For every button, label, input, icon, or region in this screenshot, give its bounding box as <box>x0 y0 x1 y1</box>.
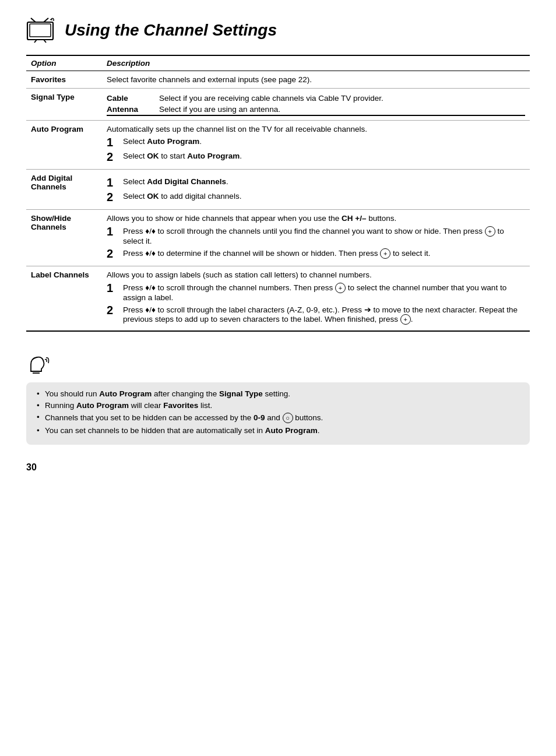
option-cell: Auto Program <box>26 121 102 170</box>
circle-button-icon: + <box>380 248 390 259</box>
step-item: 2 Select OK to add digital channels. <box>107 191 525 203</box>
steps-container: 1 Press ♦/♦ to scroll through the channe… <box>107 225 525 260</box>
notes-list: You should run Auto Program after changi… <box>37 389 519 435</box>
step-item: 2 Select OK to start Auto Program. <box>107 150 525 163</box>
svg-rect-1 <box>30 24 51 37</box>
circle-button-icon: + <box>400 314 411 325</box>
note-item: You can set channels to be hidden that a… <box>37 426 519 435</box>
step-item: 1 Press ♦/♦ to scroll through the channe… <box>107 282 525 302</box>
table-row: Signal TypeCableSelect if you are receiv… <box>26 89 530 121</box>
description-cell: 1 Select Add Digital Channels. 2 Select … <box>102 170 530 210</box>
option-cell: Favorites <box>26 71 102 89</box>
table-row: FavoritesSelect favorite channels and ex… <box>26 71 530 89</box>
intro-text: Allows you to assign labels (such as sta… <box>107 270 525 279</box>
step-item: 1 Select Add Digital Channels. <box>107 176 525 189</box>
circle-button-icon: + <box>485 226 495 237</box>
circle-button-icon: + <box>335 283 346 293</box>
table-row: Label ChannelsAllows you to assign label… <box>26 266 530 332</box>
steps-container: 1 Press ♦/♦ to scroll through the channe… <box>107 282 525 325</box>
description-cell: Automatically sets up the channel list o… <box>102 121 530 170</box>
step-item: 2 Press ♦/♦ to determine if the channel … <box>107 247 525 260</box>
note-item: Running Auto Program will clear Favorite… <box>37 401 519 410</box>
intro-text: Automatically sets up the channel list o… <box>107 125 525 133</box>
circle-button-icon: ○ <box>283 413 293 423</box>
description-cell: Allows you to show or hide channels that… <box>102 210 530 266</box>
note-icon <box>26 355 530 378</box>
step-text: Press ♦/♦ to determine if the channel wi… <box>123 248 525 259</box>
sub-option: Antenna <box>107 104 159 115</box>
table-row: Add DigitalChannels 1 Select Add Digital… <box>26 170 530 210</box>
page-title: Using the Channel Settings <box>65 21 277 40</box>
sub-option: Cable <box>107 93 159 104</box>
steps-container: 1 Select Add Digital Channels. 2 Select … <box>107 176 525 203</box>
step-text: Select OK to add digital channels. <box>123 192 525 201</box>
option-cell: Label Channels <box>26 266 102 332</box>
steps-container: 1 Select Auto Program. 2 Select OK to st… <box>107 136 525 163</box>
step-number: 2 <box>107 191 123 203</box>
page-header: Using the Channel Settings <box>26 17 530 43</box>
option-cell: Add DigitalChannels <box>26 170 102 210</box>
note-item: You should run Auto Program after changi… <box>37 389 519 398</box>
step-number: 1 <box>107 282 123 294</box>
step-text: Select Auto Program. <box>123 137 525 146</box>
col-description-header: Description <box>102 55 530 71</box>
sub-table: CableSelect if you are receiving cable c… <box>107 93 525 116</box>
step-item: 2 Press ♦/♦ to scroll through the label … <box>107 304 525 325</box>
description-cell: Allows you to assign labels (such as sta… <box>102 266 530 332</box>
step-number: 1 <box>107 136 123 149</box>
step-number: 2 <box>107 304 123 317</box>
sub-description: Select if you are using an antenna. <box>159 104 525 115</box>
table-row: Show/HideChannelsAllows you to show or h… <box>26 210 530 266</box>
step-number: 2 <box>107 247 123 260</box>
tv-icon <box>26 17 57 43</box>
description-cell: Select favorite channels and external in… <box>102 71 530 89</box>
step-text: Select OK to start Auto Program. <box>123 152 525 160</box>
description-cell: CableSelect if you are receiving cable c… <box>102 89 530 121</box>
step-number: 2 <box>107 150 123 163</box>
option-cell: Signal Type <box>26 89 102 121</box>
col-option-header: Option <box>26 55 102 71</box>
step-number: 1 <box>107 176 123 189</box>
step-text: Press ♦/♦ to scroll through the channel … <box>123 283 525 302</box>
notes-section: You should run Auto Program after changi… <box>26 355 530 445</box>
step-text: Press ♦/♦ to scroll through the label ch… <box>123 305 525 325</box>
step-item: 1 Select Auto Program. <box>107 136 525 149</box>
sub-table-row: CableSelect if you are receiving cable c… <box>107 93 525 104</box>
settings-table: Option Description FavoritesSelect favor… <box>26 55 530 332</box>
note-item: Channels that you set to be hidden can b… <box>37 413 519 423</box>
table-row: Auto ProgramAutomatically sets up the ch… <box>26 121 530 170</box>
sub-description: Select if you are receiving cable channe… <box>159 93 525 104</box>
page-number: 30 <box>26 462 530 473</box>
step-text: Select Add Digital Channels. <box>123 177 525 186</box>
lightbulb-icon <box>26 355 50 376</box>
option-cell: Show/HideChannels <box>26 210 102 266</box>
step-item: 1 Press ♦/♦ to scroll through the channe… <box>107 225 525 245</box>
intro-text: Allows you to show or hide channels that… <box>107 214 525 223</box>
notes-box: You should run Auto Program after changi… <box>26 382 530 445</box>
sub-table-row: AntennaSelect if you are using an antenn… <box>107 104 525 115</box>
step-number: 1 <box>107 225 123 238</box>
step-text: Press ♦/♦ to scroll through the channels… <box>123 226 525 245</box>
